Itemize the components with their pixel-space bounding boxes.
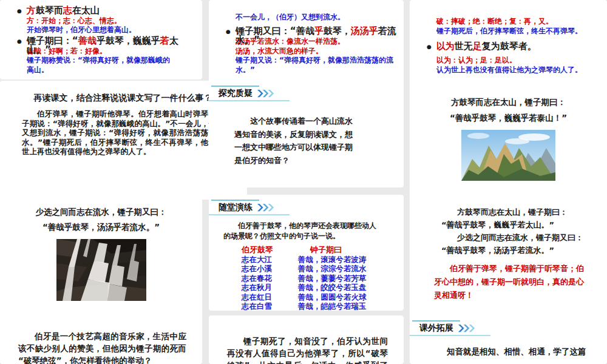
text-segment: 汤汤，水流大而急的样子。 — [236, 47, 323, 55]
text-line: “善哉乎鼓琴，汤汤乎若流水。” — [0, 220, 202, 235]
text-segment: 足 — [473, 41, 482, 52]
slide-content: 方鼓琴而志在太山，锺子期曰：“善哉乎鼓琴，巍巍乎若泰山！” — [410, 94, 607, 126]
waterfall-photo — [0, 239, 202, 301]
text-line: 破：摔破；绝：断绝；复：再，又。 — [410, 17, 607, 27]
text-segment: 方 — [27, 5, 36, 16]
slide-practice[interactable]: 随堂演练 伯牙善于鼓琴，他的琴声还会表现哪些动人的场景呢？仿照文中的句子说一说。… — [209, 195, 404, 311]
text-segment: 复为鼓琴者。 — [482, 41, 537, 52]
text-line: 少选之间而志在流水，锺子期又曰： — [0, 204, 202, 220]
text-segment: 不一会儿，（伯牙）又想到流水。 — [236, 13, 345, 21]
table-cell: 善哉，皑皑兮若瑞玉 — [298, 302, 367, 311]
slide-content: 不一会儿，（伯牙）又想到流水。●锺子期又曰：“善哉乎鼓琴，汤汤乎若流水。”汤汤乎… — [209, 13, 404, 75]
text-line: 锺子期死了，知音没了，伯牙认为世间再没有人值得自己为他弹琴了，所以“破琴绝弦”。… — [227, 335, 388, 364]
text-line: “善哉乎鼓琴，巍巍乎若泰山！” — [410, 110, 607, 126]
slide-discussion-last-sentence[interactable]: 锺子期死了，知音没了，伯牙认为世间再没有人值得自己为他弹琴了，所以“破琴绝弦”。… — [209, 315, 404, 364]
text-line: 伯牙是一个技艺高超的音乐家，生活中应该不缺少别人的赞美，但他因为锺子期的死而“破… — [18, 330, 186, 364]
slide-explore-question[interactable]: 探究质疑 这个故事传诵着一个高山流水遇知音的美谈，反复朗读课文，想一想文中哪些地… — [209, 81, 404, 187]
slide-discussion-break-strings[interactable]: 伯牙是一个技艺高超的音乐家，生活中应该不缺少别人的赞美，但他因为锺子期的死而“破… — [0, 315, 202, 364]
slide-content: 破：摔破；绝：断绝；复：再，又。锺子期死后，伯牙摔琴断弦，终生不再弹琴。●以为世… — [410, 17, 607, 75]
table-row: 志在秋月善哉，皎皎兮若玉盘 — [209, 283, 404, 292]
text-segment: “善哉乎鼓琴，巍巍乎若泰山！” — [450, 113, 567, 123]
text-segment: 乎鼓琴，巍巍乎 — [97, 35, 160, 46]
mountain-photo — [410, 130, 607, 181]
text-segment: 开始弹琴时，伯牙心里想着高山。 — [27, 25, 136, 34]
text-segment: 以为 — [436, 41, 455, 52]
section-badge: 探究质疑 — [209, 86, 281, 101]
slide-extension[interactable]: 课外拓展 知音就是相知、相惜、相通，学了这篇课文后，你们是怎样看待友情 — [410, 315, 607, 364]
overlap-line: 山。”善哉：好啊；若：好像。 — [0, 47, 202, 56]
spacer — [410, 36, 607, 41]
text-segment: 锺子期又说：“弹得真好呀，就像那浩浩荡荡的流 — [236, 56, 393, 64]
text-line: 水。” — [209, 66, 404, 75]
text-segment: 再读课文，结合注释说说课文写了一件什么事？ — [34, 93, 212, 103]
table-cell: 善哉，皎皎兮若玉盘 — [298, 283, 367, 292]
text-segment: 知音就是相知、相惜、相通，学了这篇课文后，你们是怎样看待友情 — [430, 346, 586, 364]
badge-label: 探究质疑 — [219, 88, 253, 99]
text-line: 伯牙善于弹琴，锺子期善于听琴音；伯牙心中想的，锺子期一听就明白，真的是心灵相通呀… — [410, 262, 607, 302]
slide-content: 这个故事传诵着一个高山流水遇知音的美谈，反复朗读课文，想一想文中哪些地方可以体现… — [209, 115, 404, 167]
text-segment: 在太山 — [72, 5, 100, 16]
overlap-line: 水。”汤汤乎若流水：像流水一样浩荡。 — [209, 37, 404, 47]
slide-content: 少选之间而志在流水，锺子期又曰：“善哉乎鼓琴，汤汤乎若流水。” — [0, 204, 202, 235]
text-segment: 善哉 — [78, 35, 97, 46]
slide-water-quote[interactable]: 少选之间而志在流水，锺子期又曰：“善哉乎鼓琴，汤汤乎若流水。” — [0, 195, 202, 320]
text-line: 汤汤，水流大而急的样子。 — [209, 47, 404, 56]
text-segment: 汤汤乎 — [351, 25, 378, 36]
slide-mountain-quote[interactable]: 方鼓琴而志在太山，锺子期曰：“善哉乎鼓琴，巍巍乎若泰山！” — [410, 81, 607, 201]
slide-content: ●方鼓琴而志在太山方：开始；志：心志、情志。开始弹琴时，伯牙心里想着高山。●锺子… — [0, 5, 202, 75]
text-segment: 这个故事传诵着一个高山流水遇知音的美谈，反复朗读课文，想一想文中哪些地方可以体现… — [234, 116, 353, 165]
table-cell: 志在春花 — [242, 274, 298, 283]
section-badge: 课外拓展 — [410, 320, 482, 336]
table-row: 志在白雪善哉，皑皑兮若瑞玉 — [209, 302, 404, 311]
text-line: 方鼓琴而志在太山，锺子期曰： — [410, 206, 607, 218]
slide-annotation-taishan[interactable]: ●方鼓琴而志在太山方：开始；志：心志、情志。开始弹琴时，伯牙心里想着高山。●锺子… — [0, 0, 202, 79]
table-header: 钟子期曰 — [298, 244, 342, 255]
table-cell: 志在白雪 — [242, 302, 298, 311]
triple-chevron-icon — [257, 203, 275, 212]
text-line: 锺子期称赞说：“弹得真好呀，就像那巍峨的 — [0, 56, 202, 66]
slide-grid-page: ●方鼓琴而志在太山方：开始；志：心志、情志。开始弹琴时，伯牙心里想着高山。●锺子… — [0, 0, 607, 364]
table-row: 志在春花善哉，萋萋兮若芳草 — [209, 274, 404, 283]
text-line: 少选之间而志在流水，锺子期又曰： — [410, 231, 607, 244]
waterfall-illustration — [56, 239, 146, 301]
text-line: 锺子期又说：“弹得真好呀，就像那浩浩荡荡的流 — [209, 56, 404, 66]
text-line: 伯牙善于鼓琴，他的琴声还会表现哪些动人的场景呢？仿照文中的句子说一说。 — [223, 221, 377, 241]
text-line: 以为：认为；足：足以。 — [410, 56, 607, 66]
text-line: 不一会儿，（伯牙）又想到流水。 — [209, 13, 404, 22]
table-cell: 志在秋月 — [242, 283, 298, 292]
text-segment: “善哉乎鼓琴，汤汤乎若流水。” — [441, 246, 554, 255]
wrapped-quote-text: 水。” — [236, 36, 260, 46]
text-line: 认为世上再也没有值得让他为之弹琴的人了。 — [410, 66, 607, 75]
text-segment: 高山。 — [27, 66, 49, 74]
table-cell: 志在小溪 — [242, 264, 298, 273]
text-segment: 水。” — [236, 66, 255, 74]
bullet-line: ●以为世无足复为鼓琴者。 — [410, 41, 607, 52]
table-cell: 善哉，圆圆兮若火球 — [298, 292, 367, 302]
table-cell: 善哉，滚滚兮若波涛 — [298, 255, 367, 264]
slide-annotation-break-qin[interactable]: 破：摔破；绝：断绝；复：再，又。锺子期死后，伯牙摔琴断弦，终生不再弹琴。●以为世… — [410, 0, 607, 90]
text-line: 这个故事传诵着一个高山流水遇知音的美谈，反复朗读课文，想一想文中哪些地方可以体现… — [234, 115, 360, 167]
text-segment: “善哉乎鼓琴，汤汤乎若流水。” — [42, 222, 160, 232]
slide-summary-quotes[interactable]: 方鼓琴而志在太山，锺子期曰：“善哉乎鼓琴，巍巍乎若太山。”少选之间而志在流水，锺… — [410, 195, 607, 322]
text-segment: 若流 — [378, 25, 396, 36]
table-row: 志在红日善哉，圆圆兮若火球 — [209, 292, 404, 302]
table-cell: 志在红日 — [242, 292, 298, 302]
table-header-row: 伯牙鼓琴钟子期曰 — [209, 244, 404, 255]
table-row: 志在大江善哉，滚滚兮若波涛 — [209, 255, 404, 264]
text-segment: 锺子期死了，知音没了，伯牙认为世间再没有人值得自己为他弹琴了，所以“破琴绝弦”。… — [227, 336, 388, 364]
slide-content: 知音就是相知、相惜、相通，学了这篇课文后，你们是怎样看待友情 — [410, 343, 607, 364]
slide-content: 伯牙是一个技艺高超的音乐家，生活中应该不缺少别人的赞美，但他因为锺子期的死而“破… — [0, 330, 202, 364]
table-cell: 志在大江 — [242, 255, 298, 264]
text-segment: 少选之间而志在流水，锺子期又曰： — [36, 207, 167, 217]
text-segment: 若 — [160, 35, 169, 46]
badge-label: 随堂演练 — [219, 202, 253, 213]
text-segment: 伯牙善于弹琴，锺子期善于听琴音；伯牙心中想的，锺子期一听就明白，真的是心灵相通呀… — [434, 264, 584, 300]
triple-chevron-icon — [257, 89, 275, 98]
text-line: 锺子期死后，伯牙摔琴断弦，终生不再弹琴。 — [410, 27, 607, 36]
section-badge: 随堂演练 — [209, 200, 281, 215]
text-segment: 方鼓琴而志在太山，锺子期曰： — [451, 97, 566, 107]
slide-title: 再读课文，结合注释说说课文写了一件什么事？ — [22, 93, 224, 104]
text-line: 方：开始；志：心志、情志。 — [0, 16, 202, 26]
text-line: 知音就是相知、相惜、相通，学了这篇课文后，你们是怎样看待友情 — [430, 343, 589, 364]
slide-annotation-liushui[interactable]: 不一会儿，（伯牙）又想到流水。●锺子期又曰：“善哉乎鼓琴，汤汤乎若流水。”汤汤乎… — [209, 0, 404, 86]
